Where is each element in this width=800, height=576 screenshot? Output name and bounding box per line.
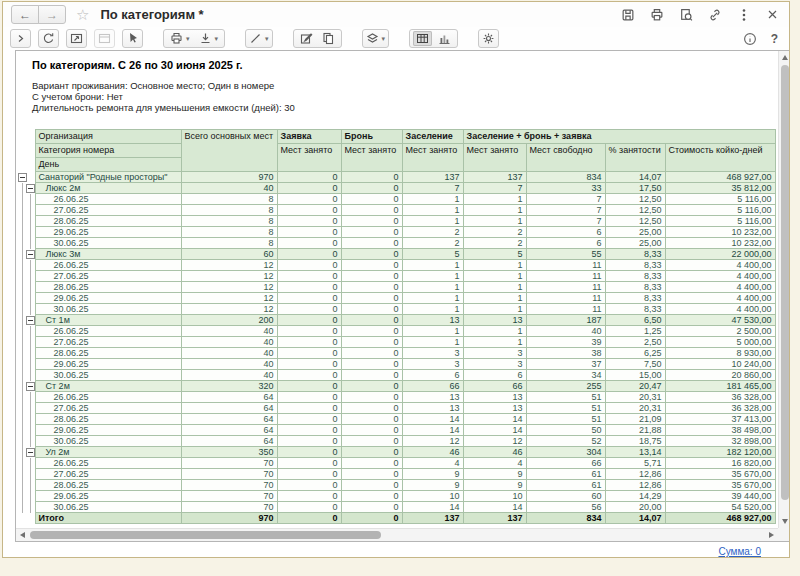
row-label[interactable]: Санаторий "Родные просторы" bbox=[35, 172, 181, 183]
value-cell[interactable]: 64 bbox=[181, 392, 277, 403]
value-cell[interactable]: 9 bbox=[463, 480, 526, 491]
value-cell[interactable]: 40 bbox=[181, 348, 277, 359]
settings-gear-button[interactable] bbox=[478, 29, 499, 48]
value-cell[interactable]: 137 bbox=[463, 172, 526, 183]
value-cell[interactable]: 11 bbox=[526, 260, 605, 271]
value-cell[interactable]: 0 bbox=[341, 194, 402, 205]
value-cell[interactable]: 6 bbox=[402, 370, 463, 381]
value-cell[interactable]: 2 bbox=[463, 238, 526, 249]
value-cell[interactable]: 6 bbox=[526, 227, 605, 238]
value-cell[interactable]: 7 bbox=[526, 216, 605, 227]
value-cell[interactable]: 0 bbox=[277, 480, 341, 491]
value-cell[interactable]: 0 bbox=[277, 304, 341, 315]
row-label[interactable]: 29.06.25 bbox=[35, 491, 181, 502]
horizontal-scrollbar[interactable] bbox=[16, 528, 778, 541]
value-cell[interactable]: 1 bbox=[463, 205, 526, 216]
value-cell[interactable]: 4 bbox=[463, 458, 526, 469]
value-cell[interactable]: 14 bbox=[402, 502, 463, 513]
value-cell[interactable]: 7 bbox=[402, 183, 463, 194]
value-cell[interactable]: 12 bbox=[463, 436, 526, 447]
value-cell[interactable]: 0 bbox=[277, 370, 341, 381]
value-cell[interactable]: 0 bbox=[341, 271, 402, 282]
value-cell[interactable]: 64 bbox=[181, 414, 277, 425]
value-cell[interactable]: 468 927,00 bbox=[665, 172, 775, 183]
value-cell[interactable]: 0 bbox=[277, 436, 341, 447]
scroll-up-arrow[interactable] bbox=[782, 55, 788, 60]
value-cell[interactable]: 0 bbox=[277, 293, 341, 304]
row-label[interactable]: 30.06.25 bbox=[35, 304, 181, 315]
value-cell[interactable]: 12 bbox=[181, 271, 277, 282]
row-label[interactable]: 27.06.25 bbox=[35, 337, 181, 348]
value-cell[interactable]: 1 bbox=[463, 216, 526, 227]
link-icon[interactable] bbox=[708, 8, 722, 22]
value-cell[interactable]: 0 bbox=[277, 249, 341, 260]
value-cell[interactable]: 834 bbox=[526, 513, 605, 524]
download-button[interactable]: ▾ bbox=[196, 31, 222, 46]
value-cell[interactable]: 0 bbox=[277, 315, 341, 326]
value-cell[interactable]: 34 bbox=[526, 370, 605, 381]
forward-button[interactable]: → bbox=[38, 5, 66, 24]
value-cell[interactable]: 1,25 bbox=[605, 326, 665, 337]
sum-link[interactable]: Сумма: 0 bbox=[718, 546, 761, 557]
collapse-toggle[interactable] bbox=[26, 184, 35, 193]
value-cell[interactable]: 12,86 bbox=[605, 480, 665, 491]
value-cell[interactable]: 70 bbox=[181, 458, 277, 469]
value-cell[interactable]: 0 bbox=[277, 414, 341, 425]
row-label[interactable]: 26.06.25 bbox=[35, 260, 181, 271]
value-cell[interactable]: 12,50 bbox=[605, 194, 665, 205]
value-cell[interactable]: 64 bbox=[181, 403, 277, 414]
value-cell[interactable]: 20,31 bbox=[605, 392, 665, 403]
value-cell[interactable]: 320 bbox=[181, 381, 277, 392]
row-label[interactable]: 26.06.25 bbox=[35, 194, 181, 205]
value-cell[interactable]: 0 bbox=[277, 216, 341, 227]
value-cell[interactable]: 8 bbox=[181, 205, 277, 216]
value-cell[interactable]: 13 bbox=[463, 403, 526, 414]
value-cell[interactable]: 40 bbox=[181, 326, 277, 337]
value-cell[interactable]: 12,50 bbox=[605, 205, 665, 216]
value-cell[interactable]: 0 bbox=[277, 205, 341, 216]
value-cell[interactable]: 1 bbox=[463, 304, 526, 315]
value-cell[interactable]: 20,31 bbox=[605, 403, 665, 414]
value-cell[interactable]: 5,71 bbox=[605, 458, 665, 469]
value-cell[interactable]: 2,50 bbox=[605, 337, 665, 348]
value-cell[interactable]: 0 bbox=[341, 282, 402, 293]
value-cell[interactable]: 4 400,00 bbox=[665, 293, 775, 304]
value-cell[interactable]: 3 bbox=[402, 359, 463, 370]
value-cell[interactable]: 35 670,00 bbox=[665, 469, 775, 480]
row-label[interactable]: Ул 2м bbox=[35, 447, 181, 458]
value-cell[interactable]: 0 bbox=[341, 491, 402, 502]
value-cell[interactable]: 64 bbox=[181, 436, 277, 447]
value-cell[interactable]: 35 812,00 bbox=[665, 183, 775, 194]
value-cell[interactable]: 1 bbox=[463, 282, 526, 293]
value-cell[interactable]: 181 465,00 bbox=[665, 381, 775, 392]
row-label[interactable]: 27.06.25 bbox=[35, 205, 181, 216]
value-cell[interactable]: 12 bbox=[181, 293, 277, 304]
value-cell[interactable]: 0 bbox=[341, 480, 402, 491]
value-cell[interactable]: 6 bbox=[463, 370, 526, 381]
value-cell[interactable]: 40 bbox=[526, 326, 605, 337]
value-cell[interactable]: 20 860,00 bbox=[665, 370, 775, 381]
value-cell[interactable]: 0 bbox=[341, 381, 402, 392]
value-cell[interactable]: 17,50 bbox=[605, 183, 665, 194]
value-cell[interactable]: 10 bbox=[402, 491, 463, 502]
value-cell[interactable]: 51 bbox=[526, 392, 605, 403]
layers-button[interactable]: ▾ bbox=[362, 29, 390, 48]
value-cell[interactable]: 834 bbox=[526, 172, 605, 183]
value-cell[interactable]: 61 bbox=[526, 480, 605, 491]
value-cell[interactable]: 64 bbox=[181, 425, 277, 436]
value-cell[interactable]: 0 bbox=[277, 227, 341, 238]
value-cell[interactable]: 0 bbox=[277, 502, 341, 513]
value-cell[interactable]: 0 bbox=[277, 513, 341, 524]
row-label[interactable]: 29.06.25 bbox=[35, 425, 181, 436]
value-cell[interactable]: 4 bbox=[402, 458, 463, 469]
value-cell[interactable]: 21,09 bbox=[605, 414, 665, 425]
value-cell[interactable]: 13 bbox=[463, 392, 526, 403]
value-cell[interactable]: 4 400,00 bbox=[665, 282, 775, 293]
value-cell[interactable]: 14 bbox=[463, 425, 526, 436]
value-cell[interactable]: 137 bbox=[463, 513, 526, 524]
value-cell[interactable]: 0 bbox=[277, 337, 341, 348]
value-cell[interactable]: 0 bbox=[341, 205, 402, 216]
value-cell[interactable]: 14 bbox=[463, 414, 526, 425]
value-cell[interactable]: 0 bbox=[341, 216, 402, 227]
value-cell[interactable]: 7 bbox=[526, 194, 605, 205]
